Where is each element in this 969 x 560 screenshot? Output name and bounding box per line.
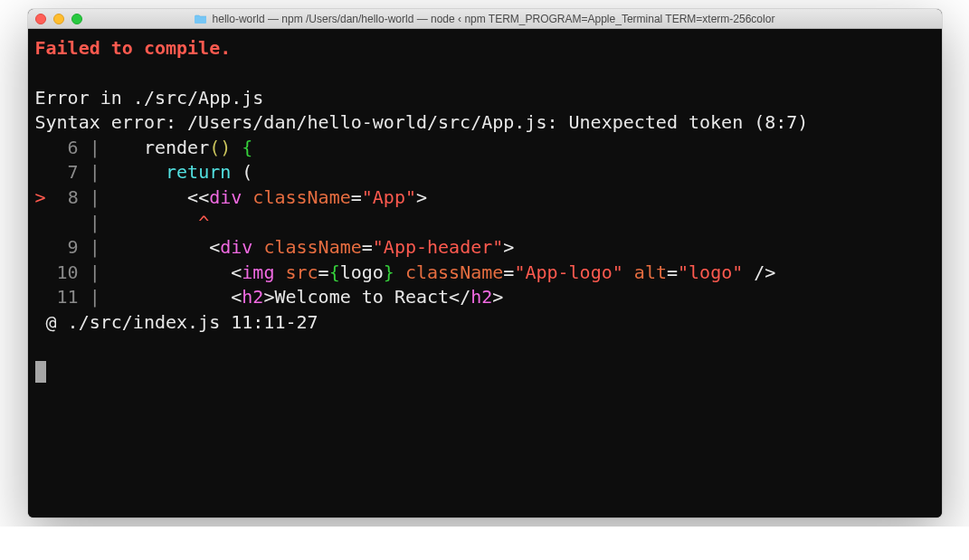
code-10-brace-open: { xyxy=(329,261,340,283)
compile-fail-header: Failed to compile. xyxy=(35,37,232,59)
gutter-9: 9 | xyxy=(35,236,111,258)
code-7-post: ( xyxy=(231,161,252,183)
code-11-tagc: h2 xyxy=(470,286,492,308)
code-6-pre: render xyxy=(111,137,209,158)
code-10-eq3: = xyxy=(667,261,678,283)
code-8-pre: << xyxy=(111,186,209,208)
code-10-logo: logo xyxy=(340,261,384,283)
code-10-sp2 xyxy=(394,261,405,283)
code-8-tag: div xyxy=(209,186,242,208)
code-11-text: Welcome to React xyxy=(274,286,449,308)
maximize-icon[interactable] xyxy=(71,14,82,24)
code-9-tag: div xyxy=(220,236,252,258)
code-8-gt: > xyxy=(416,186,427,208)
traffic-lights xyxy=(35,14,82,24)
code-11-tag: h2 xyxy=(242,286,263,308)
terminal-output[interactable]: Failed to compile. Error in ./src/App.js… xyxy=(28,29,942,517)
error-marker: > xyxy=(35,186,46,208)
code-9-eq: = xyxy=(362,236,373,258)
titlebar[interactable]: hello-world — npm /Users/dan/hello-world… xyxy=(28,9,942,29)
blank-line xyxy=(35,62,935,86)
minimize-icon[interactable] xyxy=(53,14,64,24)
gutter-10: 10 | xyxy=(35,261,111,283)
code-7-pre xyxy=(111,161,166,183)
code-10-sp xyxy=(274,261,285,283)
code-9-sp xyxy=(252,236,263,258)
code-10-sp3 xyxy=(623,261,634,283)
code-10-tag: img xyxy=(242,261,274,283)
code-6-paren-close: ) xyxy=(220,137,231,158)
code-8-eq: = xyxy=(351,186,362,208)
code-10-pre: < xyxy=(111,261,242,283)
gutter-11: 11 | xyxy=(35,286,111,308)
window-title: hello-world — npm /Users/dan/hello-world… xyxy=(28,13,942,25)
terminal-window: hello-world — npm /Users/dan/hello-world… xyxy=(28,9,942,517)
code-9-attr: className xyxy=(263,236,361,258)
code-10-brace-close: } xyxy=(384,261,394,283)
code-6-brace: { xyxy=(231,137,252,158)
caret-spaces xyxy=(111,212,198,233)
code-10-attr3: alt xyxy=(634,261,667,283)
code-9-val: "App-header" xyxy=(373,236,504,258)
window-title-text: hello-world — npm /Users/dan/hello-world… xyxy=(213,13,775,25)
code-9-pre: < xyxy=(111,236,220,258)
code-10-close: /> xyxy=(743,261,775,283)
gutter-6: 6 | xyxy=(35,137,111,158)
error-footer: @ ./src/index.js 11:11-27 xyxy=(35,311,318,333)
code-6-paren-open: ( xyxy=(209,137,220,158)
code-7-return: return xyxy=(166,161,231,183)
caret-pointer: ^ xyxy=(198,212,209,233)
code-10-attr1: src xyxy=(285,261,318,283)
code-10-eq2: = xyxy=(503,261,514,283)
gutter-8: 8 | xyxy=(46,186,111,208)
folder-icon xyxy=(195,14,207,24)
gutter-caret: | xyxy=(35,212,111,233)
code-8-attr: className xyxy=(252,186,350,208)
code-10-attr2: className xyxy=(405,261,503,283)
code-11-gt2: > xyxy=(492,286,503,308)
code-9-gt: > xyxy=(503,236,514,258)
code-11-pre: < xyxy=(111,286,242,308)
cursor xyxy=(35,361,46,383)
code-11-lt: </ xyxy=(449,286,470,308)
gutter-7: 7 | xyxy=(35,161,111,183)
blank-line-2 xyxy=(35,336,935,360)
error-in-line: Error in ./src/App.js xyxy=(35,87,264,109)
code-10-val2: "App-logo" xyxy=(514,261,622,283)
close-icon[interactable] xyxy=(35,14,46,24)
code-8-val: "App" xyxy=(362,186,416,208)
code-10-val3: "logo" xyxy=(678,261,743,283)
code-10-eq1: = xyxy=(318,261,329,283)
code-11-gt: > xyxy=(263,286,274,308)
code-8-sp xyxy=(242,186,252,208)
syntax-error-line: Syntax error: /Users/dan/hello-world/src… xyxy=(35,111,809,133)
